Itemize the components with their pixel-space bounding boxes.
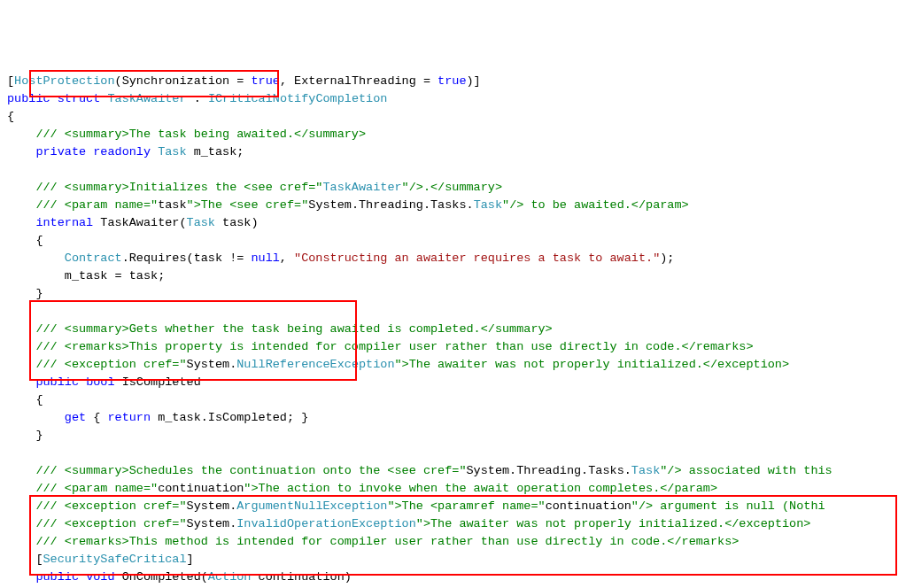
code-line: public bool IsCompleted xyxy=(7,374,906,391)
token-p: { xyxy=(7,393,43,406)
token-p xyxy=(7,482,35,495)
token-typ: ArgumentNullException xyxy=(236,499,387,513)
token-com: ">The <paramref name=" xyxy=(387,499,545,513)
token-com: "/> argument is null (Nothi xyxy=(631,499,825,513)
token-p: { xyxy=(86,411,107,424)
token-typ: SecuritySafeCritical xyxy=(43,553,187,566)
code-line: } xyxy=(7,427,906,445)
token-kw: null xyxy=(251,251,279,265)
token-p: { xyxy=(7,234,43,247)
token-p: System.Threading.Tasks. xyxy=(308,198,473,212)
token-kw: public xyxy=(7,92,50,105)
code-line: /// <summary>Gets whether the task being… xyxy=(7,321,906,338)
code-line: } xyxy=(7,285,906,303)
code-line: /// <summary>The task being awaited.</su… xyxy=(7,126,906,143)
code-line: /// <exception cref="System.ArgumentNull… xyxy=(7,498,906,515)
token-p: ] xyxy=(187,553,194,566)
token-typ: Task xyxy=(187,216,215,229)
token-com: "/> associated with this xyxy=(660,464,832,477)
token-typ: Action xyxy=(208,570,252,584)
token-str: "Constructing an awaiter requires a task… xyxy=(294,251,660,265)
token-p xyxy=(79,375,86,389)
token-p xyxy=(7,163,14,176)
token-typ: NullReferenceException xyxy=(236,358,394,371)
token-kw: return xyxy=(107,411,151,424)
code-line: /// <summary>Schedules the continuation … xyxy=(7,462,906,480)
token-kw: void xyxy=(86,570,114,584)
token-com: ">The awaiter was not properly initializ… xyxy=(416,517,811,530)
token-typ: ICriticalNotifyCompletion xyxy=(208,92,388,105)
token-kw: get xyxy=(65,411,86,424)
token-com: /// <summary>Gets whether the task being… xyxy=(35,322,552,336)
token-typ: Contract xyxy=(65,251,122,265)
token-p: (Synchronization = xyxy=(115,74,252,88)
token-p: continuation) xyxy=(251,570,351,584)
code-line: private readonly Task m_task; xyxy=(7,143,906,161)
token-kw: struct xyxy=(58,92,101,105)
token-com: "/>.</summary> xyxy=(402,181,502,194)
token-p xyxy=(7,411,65,424)
token-p: } xyxy=(7,429,43,442)
token-p: continuation xyxy=(158,482,244,495)
token-kw: readonly xyxy=(93,145,151,159)
code-line: public void OnCompleted(Action continuat… xyxy=(7,569,906,586)
token-p xyxy=(7,446,14,460)
code-line: { xyxy=(7,232,906,250)
code-line: /// <remarks>This method is intended for… xyxy=(7,533,906,551)
token-com: "/> to be awaited.</param> xyxy=(502,198,689,212)
token-typ: Task xyxy=(631,464,660,477)
token-p: )] xyxy=(467,74,481,88)
token-com: ">The awaiter was not properly initializ… xyxy=(395,358,790,371)
token-p: : xyxy=(187,92,208,105)
code-block: [HostProtection(Synchronization = true, … xyxy=(7,73,906,588)
token-kw: bool xyxy=(86,375,114,389)
token-typ: Task xyxy=(474,198,502,212)
token-typ: HostProtection xyxy=(14,74,114,88)
token-kw: internal xyxy=(35,216,93,229)
token-p: System.Threading.Tasks. xyxy=(467,464,631,477)
code-line: /// <exception cref="System.InvalidOpera… xyxy=(7,515,906,533)
token-p: , xyxy=(280,251,294,265)
token-com: /// <param name=" xyxy=(35,482,158,495)
code-line: [SecuritySafeCritical] xyxy=(7,551,906,569)
token-p xyxy=(7,570,35,584)
code-line: /// <param name="continuation">The actio… xyxy=(7,480,906,498)
code-line: internal TaskAwaiter(Task task) xyxy=(7,214,906,232)
token-p xyxy=(50,92,58,105)
token-typ: InvalidOperationException xyxy=(236,517,416,530)
token-p xyxy=(7,145,35,159)
token-p: } xyxy=(7,287,43,300)
code-line: /// <summary>Initializes the <see cref="… xyxy=(7,179,906,197)
code-line: Contract.Requires(task != null, "Constru… xyxy=(7,250,906,267)
token-com: /// <exception cref=" xyxy=(35,358,186,371)
token-p: [ xyxy=(7,553,43,566)
code-line: m_task = task; xyxy=(7,267,906,285)
token-p xyxy=(7,181,35,194)
token-p: TaskAwaiter( xyxy=(93,216,186,229)
code-line: get { return m_task.IsCompleted; } xyxy=(7,409,906,427)
token-p xyxy=(7,517,35,530)
token-p xyxy=(7,358,35,371)
token-p: System. xyxy=(187,517,237,530)
token-p xyxy=(7,499,35,513)
token-kw: true xyxy=(251,74,279,88)
token-kw: public xyxy=(35,570,79,584)
token-p: { xyxy=(7,110,14,123)
token-p xyxy=(7,198,35,212)
code-line: public struct TaskAwaiter : ICriticalNot… xyxy=(7,90,906,108)
token-com: /// <exception cref=" xyxy=(35,499,186,513)
code-line: /// <param name="task">The <see cref="Sy… xyxy=(7,197,906,214)
code-line: { xyxy=(7,108,906,126)
token-p xyxy=(7,340,35,353)
token-p xyxy=(7,375,35,389)
token-p xyxy=(7,535,35,548)
token-com: /// <remarks>This method is intended for… xyxy=(35,535,739,548)
token-p: .Requires(task != xyxy=(122,251,252,265)
token-p: OnCompleted( xyxy=(115,570,208,584)
token-com: /// <remarks>This property is intended f… xyxy=(35,340,753,353)
token-p xyxy=(151,145,158,159)
token-p: [ xyxy=(7,74,14,88)
code-line xyxy=(7,161,906,179)
token-kw: public xyxy=(35,375,79,389)
code-line: /// <exception cref="System.NullReferenc… xyxy=(7,356,906,374)
